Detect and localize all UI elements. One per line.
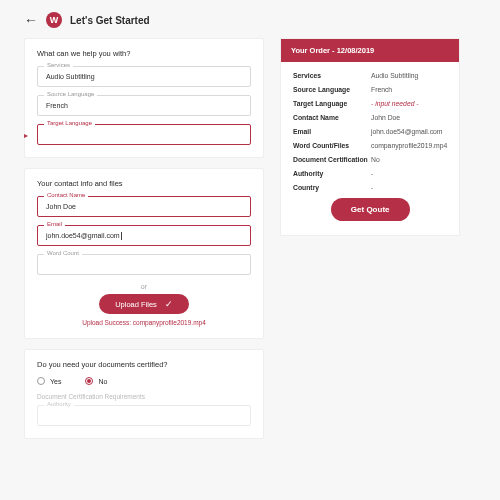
upload-files-label: Upload Files — [115, 300, 157, 309]
back-arrow-icon[interactable]: ← — [24, 12, 38, 28]
source-language-label: Source Language — [44, 91, 97, 97]
email-field[interactable]: Email john.doe54@gmail.com — [37, 225, 251, 246]
word-count-field[interactable]: Word Count — [37, 254, 251, 275]
services-card: What can we help you with? Services Audi… — [24, 38, 264, 158]
services-label: Services — [44, 62, 73, 68]
authority-field: Authority — [37, 405, 251, 426]
summary-row: Source LanguageFrench — [293, 86, 447, 93]
summary-key: Contact Name — [293, 114, 371, 121]
services-value: Audio Subtitling — [46, 73, 242, 82]
radio-yes[interactable]: Yes — [37, 377, 61, 385]
summary-key: Target Language — [293, 100, 371, 107]
summary-row: Document CertificationNo — [293, 156, 447, 163]
summary-row: Country- — [293, 184, 447, 191]
summary-row: ServicesAudio Subtitling — [293, 72, 447, 79]
pointer-icon: ▸ — [24, 130, 28, 139]
authority-label: Authority — [44, 401, 74, 407]
upload-files-button[interactable]: Upload Files ✓ — [99, 294, 189, 314]
get-quote-button[interactable]: Get Qoute — [331, 198, 410, 221]
source-language-value: French — [46, 102, 242, 111]
certification-card: Do you need your documents certified? Ye… — [24, 349, 264, 439]
radio-dot-icon — [85, 377, 93, 385]
summary-value: john.doe54@gmail.com — [371, 128, 443, 135]
summary-key: Authority — [293, 170, 371, 177]
summary-key: Services — [293, 72, 371, 79]
services-field[interactable]: Services Audio Subtitling — [37, 66, 251, 87]
source-language-field[interactable]: Source Language French — [37, 95, 251, 116]
word-count-label: Word Count — [44, 250, 82, 256]
email-value: john.doe54@gmail.com — [46, 232, 242, 241]
target-language-label: Target Language — [44, 120, 95, 126]
summary-key: Word Count/Files — [293, 142, 371, 149]
contact-name-label: Contact Name — [44, 192, 88, 198]
order-summary: Your Order - 12/08/2019 ServicesAudio Su… — [280, 38, 460, 236]
summary-value: - input needed - — [371, 100, 419, 107]
authority-value — [46, 412, 242, 421]
summary-value: French — [371, 86, 392, 93]
summary-value: - — [371, 184, 373, 191]
word-count-value — [46, 261, 242, 270]
contact-name-value: John Doe — [46, 203, 242, 212]
brand-logo: W — [46, 12, 62, 28]
upload-status: Upload Success: companyprofile2019.mp4 — [37, 319, 251, 326]
summary-key: Email — [293, 128, 371, 135]
summary-key: Source Language — [293, 86, 371, 93]
radio-no[interactable]: No — [85, 377, 107, 385]
summary-row: Word Count/Filescompanyprofile2019.mp4 — [293, 142, 447, 149]
page-title: Let's Get Started — [70, 15, 150, 26]
page-header: ← W Let's Get Started — [24, 12, 476, 28]
radio-no-label: No — [98, 378, 107, 385]
check-icon: ✓ — [165, 299, 173, 309]
contact-name-field[interactable]: Contact Name John Doe — [37, 196, 251, 217]
radio-yes-label: Yes — [50, 378, 61, 385]
summary-row: Emailjohn.doe54@gmail.com — [293, 128, 447, 135]
summary-value: - — [371, 170, 373, 177]
services-card-title: What can we help you with? — [37, 49, 251, 58]
target-language-value — [46, 131, 242, 140]
email-label: Email — [44, 221, 65, 227]
radio-dot-icon — [37, 377, 45, 385]
certification-radio-group: Yes No — [37, 377, 251, 385]
summary-value: John Doe — [371, 114, 400, 121]
summary-row: Target Language- input needed - — [293, 100, 447, 107]
order-summary-header: Your Order - 12/08/2019 — [281, 39, 459, 62]
summary-value: companyprofile2019.mp4 — [371, 142, 447, 149]
summary-key: Document Certification — [293, 156, 371, 163]
target-language-field[interactable]: ▸ Target Language — [37, 124, 251, 145]
contact-card-title: Your contact info and files — [37, 179, 251, 188]
text-cursor-icon — [121, 232, 122, 240]
or-divider: or — [37, 283, 251, 290]
certification-card-title: Do you need your documents certified? — [37, 360, 251, 369]
summary-value: Audio Subtitling — [371, 72, 418, 79]
summary-key: Country — [293, 184, 371, 191]
summary-value: No — [371, 156, 380, 163]
summary-row: Authority- — [293, 170, 447, 177]
summary-row: Contact NameJohn Doe — [293, 114, 447, 121]
contact-card: Your contact info and files Contact Name… — [24, 168, 264, 339]
certification-requirements-label: Document Certification Requirements — [37, 393, 251, 400]
